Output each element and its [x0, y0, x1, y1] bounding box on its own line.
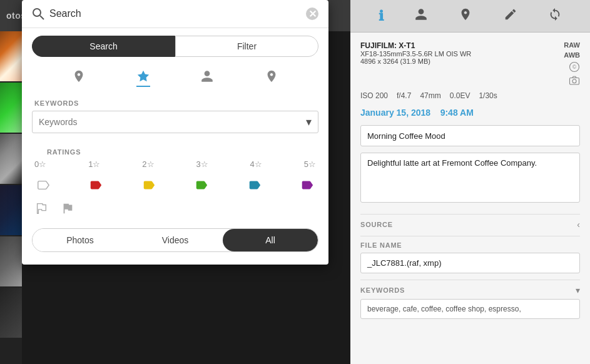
description-field[interactable]: Delightful latte art at Fremont Coffee C… — [360, 153, 580, 203]
edit-toolbar-icon[interactable] — [504, 8, 517, 24]
camera-model: FUJIFILM: X-T1 — [360, 41, 564, 50]
focal-value: 47mm — [420, 91, 440, 100]
search-header: ✕ — [22, 0, 328, 28]
keywords-input[interactable] — [39, 117, 306, 127]
rating-0[interactable]: 0☆ — [34, 159, 46, 169]
camera-info-left: FUJIFILM: X-T1 XF18-135mmF3.5-5.6R LM OI… — [360, 41, 564, 86]
source-section-header: SOURCE ‹ — [360, 214, 580, 233]
filename-value: _JLC7881.(raf, xmp) — [360, 253, 580, 273]
color-label-yellow[interactable] — [140, 176, 158, 194]
star-filter-icon[interactable] — [136, 69, 150, 87]
rating-2[interactable]: 2☆ — [142, 159, 154, 169]
thumb-1[interactable] — [0, 31, 22, 81]
copyright-icon: © — [569, 61, 580, 73]
lens-model: XF18-135mmF3.5-5.6R LM OIS WR — [360, 50, 564, 58]
photo-thumbnails — [0, 31, 22, 364]
raw-badge: RAW — [564, 41, 580, 49]
filter-icons-row — [22, 64, 328, 92]
filter-tab[interactable]: Filter — [175, 36, 318, 57]
search-input[interactable] — [49, 8, 301, 19]
ev-value: 0.0EV — [450, 91, 470, 100]
filename-label: FILE NAME — [360, 241, 402, 249]
camera-meta: FUJIFILM: X-T1 XF18-135mmF3.5-5.6R LM OI… — [360, 41, 580, 86]
photos-button[interactable]: Photos — [33, 229, 128, 251]
left-panel: otos ✕ Search Filter — [0, 0, 350, 364]
time-value: 9:48 AM — [440, 108, 474, 118]
pin-filter-icon[interactable] — [72, 69, 86, 87]
location-filter-icon[interactable] — [265, 69, 278, 87]
rating-4[interactable]: 4☆ — [250, 159, 262, 169]
iso-value: ISO 200 — [360, 91, 388, 100]
svg-text:©: © — [572, 64, 576, 70]
color-label-teal[interactable] — [246, 176, 263, 194]
rating-3[interactable]: 3☆ — [196, 159, 208, 169]
color-label-green[interactable] — [193, 176, 210, 194]
person-filter-icon[interactable] — [200, 69, 214, 87]
shutter-value: 1/30s — [479, 91, 497, 100]
keywords-row: ▾ — [32, 111, 318, 133]
close-search-button[interactable]: ✕ — [306, 8, 318, 20]
unflagged-flag[interactable] — [34, 201, 48, 218]
search-tab[interactable]: Search — [32, 36, 175, 57]
keywords-dropdown-icon[interactable]: ▾ — [306, 115, 312, 129]
svg-point-0 — [33, 9, 41, 16]
awb-badge: AWB — [564, 51, 580, 59]
keywords-label: KEYWORDS — [22, 94, 328, 111]
ratings-section: RATINGS 0☆ 1☆ 2☆ 3☆ 4☆ 5☆ — [22, 143, 328, 218]
thumb-2[interactable] — [0, 83, 22, 133]
search-overlay: ✕ Search Filter — [22, 0, 328, 265]
keywords-section-header: KEYWORDS ▾ — [360, 280, 580, 299]
right-panel: ℹ FUJIFILM: X-T1 XF18-135 — [350, 0, 590, 364]
search-icon — [32, 8, 44, 20]
location-toolbar-icon[interactable] — [459, 8, 472, 24]
ratings-label: RATINGS — [34, 143, 316, 159]
color-labels-row — [34, 176, 316, 194]
keywords-value: beverage, cafe, coffee, coffee shop, esp… — [360, 299, 580, 319]
thumb-3[interactable] — [0, 134, 22, 184]
color-label-purple[interactable] — [298, 176, 316, 194]
image-dimensions: 4896 x 3264 (31.9 MB) — [360, 58, 564, 65]
person-toolbar-icon[interactable] — [414, 8, 428, 24]
source-chevron-icon[interactable]: ‹ — [577, 220, 580, 230]
right-toolbar: ℹ — [350, 0, 590, 33]
keywords-chevron-icon[interactable]: ▾ — [576, 285, 580, 295]
videos-button[interactable]: Videos — [128, 229, 223, 251]
search-filter-tabs: Search Filter — [22, 28, 328, 64]
flag-labels-row — [34, 201, 316, 218]
flagged-flag[interactable] — [61, 201, 74, 218]
rating-1[interactable]: 1☆ — [88, 159, 100, 169]
search-button[interactable] — [32, 8, 44, 20]
date-value: January 15, 2018 — [360, 108, 430, 118]
svg-line-1 — [40, 16, 44, 19]
color-label-none[interactable] — [34, 176, 52, 194]
media-type-row: Photos Videos All — [32, 228, 318, 252]
thumb-4[interactable] — [0, 185, 22, 235]
info-toolbar-icon[interactable]: ℹ — [379, 8, 384, 24]
camera-icon — [569, 75, 580, 86]
exif-row: ISO 200 f/4.7 47mm 0.0EV 1/30s — [360, 91, 580, 100]
title-field[interactable] — [360, 125, 580, 146]
thumb-6[interactable] — [0, 288, 22, 338]
source-label: SOURCE — [360, 221, 393, 228]
ratings-grid: 0☆ 1☆ 2☆ 3☆ 4☆ 5☆ — [34, 159, 316, 169]
filename-section-header: FILE NAME — [360, 236, 580, 253]
date-time-row: January 15, 2018 9:48 AM — [360, 108, 580, 118]
camera-badges: RAW AWB © — [564, 41, 580, 86]
color-label-red[interactable] — [87, 176, 104, 194]
keywords-section-label: KEYWORDS — [360, 286, 405, 294]
svg-rect-4 — [570, 78, 579, 85]
thumb-5[interactable] — [0, 236, 22, 286]
all-button[interactable]: All — [223, 229, 318, 251]
svg-point-5 — [572, 79, 576, 83]
rating-5[interactable]: 5☆ — [304, 159, 316, 169]
sync-toolbar-icon[interactable] — [548, 8, 562, 24]
aperture-value: f/4.7 — [397, 91, 411, 100]
right-content: FUJIFILM: X-T1 XF18-135mmF3.5-5.6R LM OI… — [350, 33, 590, 364]
